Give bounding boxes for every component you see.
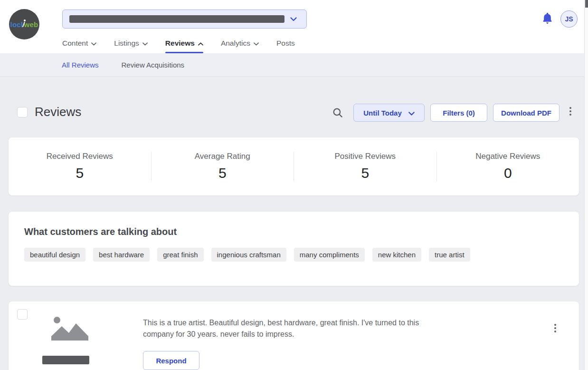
nav-label: Analytics — [221, 39, 250, 48]
kebab-icon — [554, 324, 556, 326]
user-avatar[interactable]: JS — [560, 10, 578, 28]
chevron-down-icon — [408, 109, 415, 117]
topic-tag[interactable]: new kitchen — [372, 248, 421, 262]
brand-logo[interactable]: locl/web — [9, 9, 39, 39]
topic-tag[interactable]: ingenious craftsman — [211, 248, 286, 262]
review-text: This is a true artist. Beautiful design,… — [143, 317, 421, 340]
topics-title: What customers are talking about — [24, 226, 563, 237]
nav-label: Posts — [276, 39, 295, 48]
kebab-icon — [569, 107, 571, 109]
review-item-card: This is a true artist. Beautiful design,… — [9, 302, 579, 370]
reviewer-name-redacted — [42, 356, 89, 364]
logo-text-left: locl — [10, 20, 23, 29]
stat-positive-reviews: Positive Reviews 5 — [294, 152, 436, 181]
filters-button[interactable]: Filters (0) — [430, 104, 487, 122]
respond-label: Respond — [156, 357, 186, 365]
topics-card: What customers are talking about beautif… — [9, 212, 579, 286]
stat-value: 0 — [437, 165, 579, 181]
reviews-subnav: All Reviews Review Acquisitions — [0, 53, 584, 76]
nav-item-reviews[interactable]: Reviews — [165, 38, 203, 49]
topic-tag[interactable]: many compliments — [294, 248, 365, 262]
review-select-checkbox[interactable] — [17, 309, 28, 320]
chevron-down-icon — [142, 39, 148, 48]
scrollbar-track[interactable] — [584, 0, 588, 370]
search-button[interactable] — [331, 106, 345, 120]
select-all-checkbox[interactable] — [17, 107, 28, 117]
stat-label: Received Reviews — [9, 152, 151, 161]
stat-average-rating: Average Rating 5 — [152, 152, 294, 181]
chevron-down-icon — [91, 39, 96, 48]
download-pdf-button[interactable]: Download PDF — [493, 104, 560, 122]
topic-tag[interactable]: great finish — [157, 248, 203, 262]
stat-label: Positive Reviews — [294, 152, 436, 161]
image-placeholder-icon — [47, 316, 93, 344]
subnav-item-all-reviews[interactable]: All Reviews — [62, 61, 99, 69]
logo-slash: / — [22, 20, 24, 29]
review-more-options-button[interactable] — [553, 322, 558, 334]
search-icon — [332, 107, 344, 120]
filters-label: Filters (0) — [443, 109, 475, 117]
topic-tag[interactable]: beautiful design — [24, 248, 85, 262]
date-filter-label: Until Today — [363, 109, 402, 117]
bell-icon — [541, 11, 554, 26]
subnav-item-review-acquisitions[interactable]: Review Acquisitions — [122, 61, 185, 69]
nav-label: Listings — [114, 39, 139, 48]
nav-item-analytics[interactable]: Analytics — [221, 38, 259, 49]
page-title: Reviews — [35, 105, 81, 119]
scrollbar-thumb[interactable] — [585, 0, 588, 8]
avatar-initials: JS — [565, 15, 573, 23]
download-pdf-label: Download PDF — [501, 109, 551, 117]
chevron-down-icon — [290, 15, 297, 23]
stat-value: 5 — [152, 165, 294, 181]
chevron-down-icon — [254, 39, 259, 48]
date-filter-button[interactable]: Until Today — [353, 104, 425, 122]
review-stats-card: Received Reviews 5 Average Rating 5 Posi… — [9, 137, 579, 195]
stat-negative-reviews: Negative Reviews 0 — [437, 152, 579, 181]
stat-value: 5 — [294, 165, 436, 181]
account-name-redacted — [69, 15, 285, 23]
topic-tag[interactable]: best hardware — [93, 248, 150, 262]
account-selector-dropdown[interactable] — [62, 10, 307, 29]
nav-item-content[interactable]: Content — [62, 38, 96, 49]
stat-value: 5 — [9, 165, 151, 181]
notifications-button[interactable] — [540, 11, 554, 26]
chevron-up-icon — [198, 39, 203, 48]
topic-tag[interactable]: true artist — [429, 248, 470, 262]
stat-label: Average Rating — [152, 152, 294, 161]
nav-label: Content — [62, 39, 88, 48]
stat-label: Negative Reviews — [437, 152, 579, 161]
stat-received-reviews: Received Reviews 5 — [9, 152, 151, 181]
app-header: locl/web JS Content Listings Reviews — [0, 0, 584, 53]
nav-item-listings[interactable]: Listings — [114, 38, 148, 49]
topic-tags: beautiful design best hardware great fin… — [24, 248, 563, 262]
toolbar-more-options-button[interactable] — [568, 106, 573, 117]
respond-button[interactable]: Respond — [143, 351, 199, 370]
nav-label: Reviews — [165, 39, 195, 48]
main-nav: Content Listings Reviews Analytics Posts — [62, 38, 295, 49]
nav-item-posts[interactable]: Posts — [276, 38, 295, 49]
logo-text-right: web — [24, 20, 38, 29]
